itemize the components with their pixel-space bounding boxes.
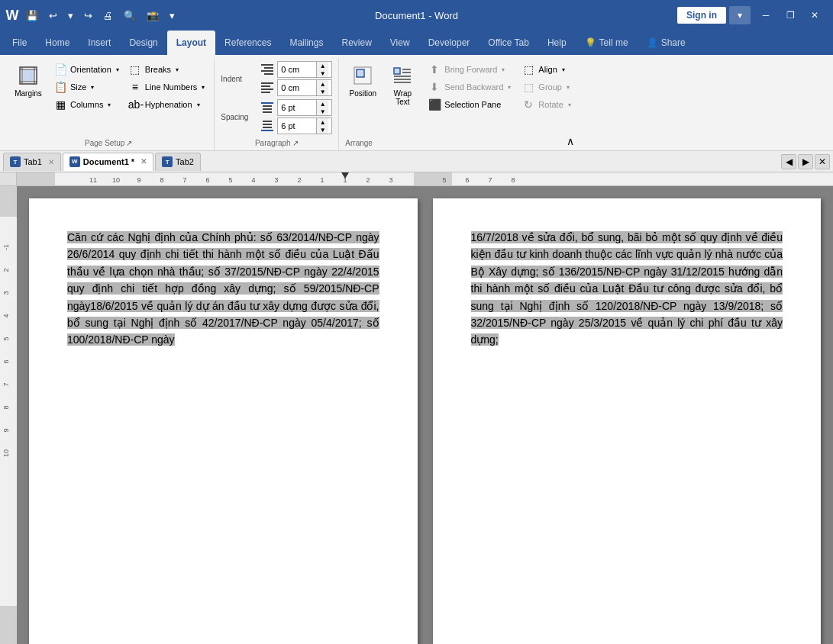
undo-dropdown[interactable]: ▾	[65, 8, 76, 23]
breaks-button[interactable]: ⬚ Breaks ▾	[125, 61, 208, 78]
save-button[interactable]: 💾	[23, 8, 41, 23]
tab-view[interactable]: View	[381, 31, 419, 55]
doc-tab-0-close[interactable]: ✕	[48, 158, 54, 166]
tab-design[interactable]: Design	[120, 31, 166, 55]
paragraph-controls: Indent ▲ ▼	[221, 58, 332, 137]
spacing-before-input-wrap: ▲ ▼	[277, 99, 332, 116]
breaks-dropdown-arrow: ▾	[176, 66, 179, 73]
group-icon: ⬚	[521, 81, 535, 93]
paragraph-label: Paragraph ↗	[255, 137, 299, 150]
spacing-inputs: ▲ ▼ ▲	[260, 99, 332, 134]
doc-tab-1-close[interactable]: ✕	[140, 157, 147, 166]
tab-references[interactable]: References	[215, 31, 280, 55]
tab-developer[interactable]: Developer	[419, 31, 479, 55]
margins-button[interactable]: Margins	[9, 61, 47, 100]
svg-rect-52	[0, 186, 17, 644]
quick-access-toolbar: W 💾 ↩ ▾ ↪ 🖨 🔍 📸 ▾	[6, 8, 178, 23]
tab-tell-me[interactable]: 💡Tell me	[576, 31, 638, 55]
page-setup-expand[interactable]: ↗	[126, 139, 132, 147]
indent-left-down[interactable]: ▼	[317, 69, 328, 77]
spacing-after-up[interactable]: ▲	[317, 118, 328, 126]
svg-text:7: 7	[488, 176, 492, 184]
tab-mailings[interactable]: Mailings	[280, 31, 332, 55]
doc-page-left: Căn cứ các Nghị định của Chính phủ: số 6…	[29, 198, 418, 644]
svg-text:-1: -1	[2, 244, 10, 250]
close-button[interactable]: ✕	[802, 5, 827, 26]
size-button[interactable]: 📋 Size ▾	[50, 79, 122, 95]
spacing-before-up[interactable]: ▲	[317, 100, 328, 108]
tab-home[interactable]: Home	[36, 31, 79, 55]
svg-text:5: 5	[442, 176, 446, 184]
tab-insert[interactable]: Insert	[79, 31, 120, 55]
vertical-ruler: -1 2 3 4 5 6 7 8 9 10	[0, 186, 17, 644]
tab-file[interactable]: File	[3, 31, 36, 55]
tab-layout[interactable]: Layout	[167, 31, 215, 55]
svg-text:4: 4	[251, 176, 255, 184]
print-button[interactable]: 🖨	[100, 8, 116, 23]
tab-review[interactable]: Review	[332, 31, 380, 55]
tab-nav-prev[interactable]: ◀	[781, 154, 796, 169]
spacing-after-row: ▲ ▼	[260, 118, 332, 134]
position-button[interactable]: Position	[345, 61, 380, 100]
indent-left-input[interactable]	[278, 62, 316, 77]
align-button[interactable]: ⬚ Align ▾	[518, 61, 573, 78]
columns-button[interactable]: ▦ Columns ▾	[50, 96, 122, 113]
wrap-text-button[interactable]: Wrap Text	[385, 61, 420, 108]
svg-rect-11	[261, 85, 270, 87]
svg-text:9: 9	[2, 428, 10, 432]
svg-text:3: 3	[274, 176, 278, 184]
redo-button[interactable]: ↪	[81, 8, 95, 23]
research-button[interactable]: 🔍	[121, 8, 139, 23]
rotate-arrow: ▾	[568, 101, 571, 108]
svg-rect-15	[263, 105, 272, 107]
title-bar-right: Sign in ▾ ─ ❐ ✕	[677, 5, 827, 26]
screenshot-button[interactable]: 📸	[144, 8, 162, 23]
orientation-button[interactable]: 📄 Orientation ▾	[50, 61, 122, 78]
margins-icon	[16, 63, 40, 88]
svg-text:7: 7	[2, 382, 10, 386]
indent-right-down[interactable]: ▼	[317, 88, 328, 95]
indent-right-up[interactable]: ▲	[317, 80, 328, 88]
restore-button[interactable]: ❐	[778, 5, 802, 26]
svg-rect-7	[264, 67, 273, 69]
spacing-before-input[interactable]	[278, 100, 316, 115]
columns-dropdown-arrow: ▾	[108, 101, 111, 108]
group-arrow: ▾	[567, 84, 570, 91]
line-numbers-button[interactable]: ≡ Line Numbers ▾	[125, 79, 208, 95]
indent-left-up[interactable]: ▲	[317, 62, 328, 69]
send-backward-button[interactable]: ⬇ Send Backward ▾	[425, 79, 514, 95]
spacing-after-down[interactable]: ▼	[317, 126, 328, 134]
svg-rect-24	[394, 68, 400, 74]
doc-tab-controls: ◀ ▶ ✕	[781, 154, 830, 169]
paragraph-expand[interactable]: ↗	[292, 139, 299, 147]
undo-button[interactable]: ↩	[46, 8, 60, 23]
ribbon: File Home Insert Design Layout Reference…	[0, 31, 833, 151]
tab-share[interactable]: 👤Share	[638, 31, 695, 55]
tab-close-all[interactable]: ✕	[815, 154, 830, 169]
tab-nav-next[interactable]: ▶	[798, 154, 813, 169]
tab-help[interactable]: Help	[538, 31, 576, 55]
spacing-before-down[interactable]: ▼	[317, 108, 328, 115]
ribbon-collapse-button[interactable]: ∧	[567, 135, 574, 147]
svg-text:3: 3	[389, 176, 392, 184]
group-button[interactable]: ⬚ Group ▾	[518, 79, 573, 95]
selection-pane-button[interactable]: ⬛ Selection Pane	[425, 96, 514, 113]
doc-tab-1[interactable]: W Document1 * ✕	[63, 153, 153, 171]
doc-tab-2[interactable]: T Tab2	[155, 153, 201, 171]
ribbon-display-options[interactable]: ▾	[729, 6, 751, 24]
spacing-before-spin: ▲ ▼	[316, 100, 328, 115]
ribbon-tab-bar: File Home Insert Design Layout Reference…	[0, 31, 833, 55]
breaks-icon: ⬚	[128, 63, 142, 76]
hyphenation-button[interactable]: ab- Hyphenation ▾	[125, 96, 208, 113]
minimize-button[interactable]: ─	[754, 5, 778, 26]
horizontal-ruler: 11 10 9 8 7 6 5 4 3 2 1 1 2 3 5 6 7 8	[0, 172, 833, 186]
signin-button[interactable]: Sign in	[677, 7, 726, 24]
doc-tab-0[interactable]: T Tab1 ✕	[3, 153, 61, 171]
spacing-after-input[interactable]	[278, 118, 316, 134]
bring-forward-button[interactable]: ⬆ Bring Forward ▾	[425, 61, 514, 78]
indent-right-input[interactable]	[278, 80, 316, 95]
customize-qat[interactable]: ▾	[166, 8, 178, 23]
spacing-after-spin: ▲ ▼	[316, 118, 328, 134]
tab-office-tab[interactable]: Office Tab	[479, 31, 538, 55]
rotate-button[interactable]: ↻ Rotate ▾	[518, 96, 573, 113]
